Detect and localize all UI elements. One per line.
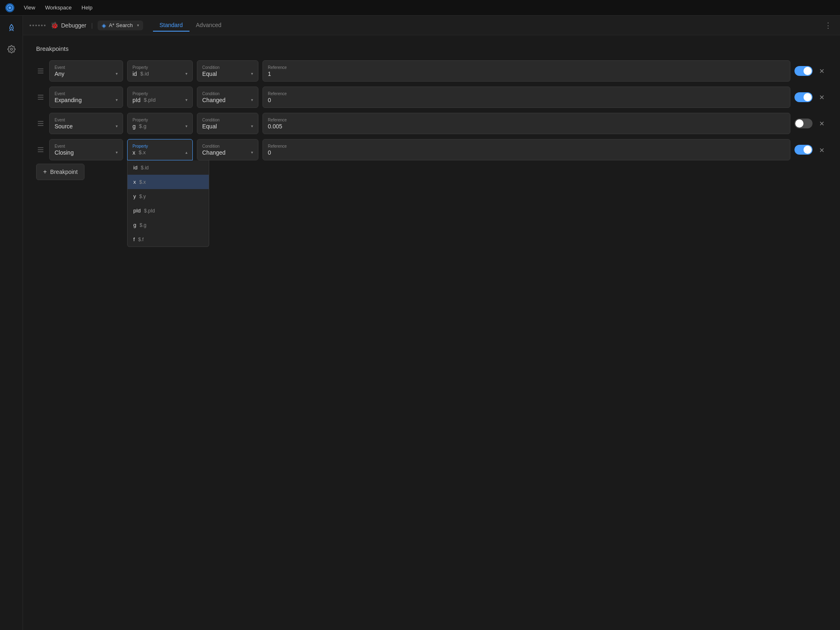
main-content: 🐞 Debugger | ◈ A* Search ▾ Standard Adva… <box>23 16 840 630</box>
event-field-2[interactable]: Event Source ▾ <box>49 113 123 134</box>
toggle-1[interactable] <box>794 92 813 102</box>
event-value-3: Closing ▾ <box>55 149 118 156</box>
condition-value-1: Changed ▾ <box>202 97 253 103</box>
event-label-1: Event <box>55 91 118 96</box>
menu-help[interactable]: Help <box>78 3 97 12</box>
tabs: Standard Advanced <box>153 19 228 32</box>
toggle-0[interactable] <box>794 66 813 76</box>
table-row: Event Source ▾ Property g $.g ▾ <box>36 113 827 134</box>
close-btn-1[interactable]: ✕ <box>817 92 827 103</box>
event-label-0: Event <box>55 65 118 70</box>
condition-field-3[interactable]: Condition Changed ▾ <box>197 139 258 160</box>
workspace-icon: ◈ <box>102 22 106 29</box>
dropdown-prop-name-y: y <box>133 193 136 199</box>
condition-field-2[interactable]: Condition Equal ▾ <box>197 113 258 134</box>
debugger-label: Debugger <box>61 22 87 29</box>
dropdown-item-f[interactable]: f $.f <box>128 232 209 247</box>
debugger-label-group: 🐞 Debugger <box>50 21 87 29</box>
property-label-2: Property <box>132 118 187 122</box>
property-value-2: g $.g ▾ <box>132 123 187 130</box>
event-value-1: Expanding ▾ <box>55 97 118 103</box>
event-label-2: Event <box>55 118 118 122</box>
close-btn-2[interactable]: ✕ <box>817 118 827 129</box>
menu-workspace[interactable]: Workspace <box>41 3 76 12</box>
dropdown-item-pId[interactable]: pId $.pId <box>128 203 209 218</box>
svg-point-4 <box>10 48 12 50</box>
condition-value-3: Changed ▾ <box>202 149 253 156</box>
property-field-2[interactable]: Property g $.g ▾ <box>127 113 193 134</box>
sidebar-gear-icon[interactable] <box>4 42 19 57</box>
condition-field-0[interactable]: Condition Equal ▾ <box>197 60 258 82</box>
workspace-selector[interactable]: ◈ A* Search ▾ <box>98 21 143 30</box>
condition-label-0: Condition <box>202 65 253 70</box>
drag-handle-row-3[interactable] <box>36 146 45 154</box>
property-field-1[interactable]: Property pId $.pId ▾ <box>127 87 193 108</box>
dropdown-prop-name-id: id <box>133 164 137 171</box>
reference-value-0 <box>268 71 785 77</box>
debugger-icon: 🐞 <box>50 21 59 29</box>
reference-field-2[interactable]: Reference <box>262 113 790 134</box>
event-field-0[interactable]: Event Any ▾ <box>49 60 123 82</box>
reference-input-1[interactable] <box>268 97 785 103</box>
add-icon: + <box>43 168 47 176</box>
property-chevron-1: ▾ <box>185 98 187 102</box>
property-label-3: Property <box>132 144 187 148</box>
reference-input-0[interactable] <box>268 71 785 77</box>
dropdown-item-g[interactable]: g $.g <box>128 218 209 232</box>
property-label-1: Property <box>132 91 187 96</box>
condition-field-1[interactable]: Condition Changed ▾ <box>197 87 258 108</box>
property-field-0[interactable]: Property id $.id ▾ <box>127 60 193 82</box>
reference-field-0[interactable]: Reference <box>262 60 790 82</box>
dropdown-prop-name-f: f <box>133 236 135 242</box>
sidebar-rocket-icon[interactable] <box>4 21 19 35</box>
close-btn-3[interactable]: ✕ <box>817 145 827 156</box>
condition-value-2: Equal ▾ <box>202 123 253 130</box>
reference-value-3 <box>268 149 785 156</box>
property-container-1: Property pId $.pId ▾ <box>127 87 193 108</box>
toolbar-more-button[interactable]: ⋮ <box>821 19 835 32</box>
property-field-3[interactable]: Property x $.x ▴ <box>127 139 193 160</box>
property-chevron-2: ▾ <box>185 124 187 128</box>
drag-handle-toolbar[interactable] <box>28 23 47 28</box>
toolbar-separator: | <box>91 22 93 29</box>
reference-input-2[interactable] <box>268 123 785 130</box>
property-label-0: Property <box>132 65 187 70</box>
property-container-2: Property g $.g ▾ <box>127 113 193 134</box>
menubar: View Workspace Help <box>0 0 840 16</box>
condition-chevron-0: ▾ <box>251 71 253 76</box>
dropdown-item-x[interactable]: x $.x <box>128 175 209 189</box>
property-chevron-0: ▾ <box>185 71 187 76</box>
tab-standard[interactable]: Standard <box>153 19 189 32</box>
drag-handle-row-2[interactable] <box>36 119 45 128</box>
condition-label-3: Condition <box>202 144 253 148</box>
menu-view[interactable]: View <box>20 3 39 12</box>
app-layout: 🐞 Debugger | ◈ A* Search ▾ Standard Adva… <box>0 16 840 630</box>
event-chevron-0: ▾ <box>116 71 118 76</box>
condition-value-0: Equal ▾ <box>202 71 253 77</box>
event-field-1[interactable]: Event Expanding ▾ <box>49 87 123 108</box>
event-field-3[interactable]: Event Closing ▾ <box>49 139 123 160</box>
condition-chevron-3: ▾ <box>251 150 253 155</box>
dropdown-prop-path-g: $.g <box>139 222 146 228</box>
toggle-3[interactable] <box>794 145 813 155</box>
reference-input-3[interactable] <box>268 149 785 156</box>
toggle-2[interactable] <box>794 119 813 128</box>
drag-handle-row-1[interactable] <box>36 93 45 101</box>
close-btn-0[interactable]: ✕ <box>817 66 827 77</box>
page-content: Breakpoints Event Any ▾ <box>23 35 840 630</box>
add-breakpoint-button[interactable]: + Breakpoint <box>36 164 84 180</box>
breakpoints-list: Event Any ▾ Property id $.id ▾ <box>36 60 827 160</box>
dropdown-item-y[interactable]: y $.y <box>128 189 209 203</box>
event-chevron-3: ▾ <box>116 150 118 155</box>
reference-field-1[interactable]: Reference <box>262 87 790 108</box>
tab-advanced[interactable]: Advanced <box>189 19 228 32</box>
condition-label-2: Condition <box>202 118 253 122</box>
reference-value-2 <box>268 123 785 130</box>
reference-field-3[interactable]: Reference <box>262 139 790 160</box>
drag-handle-row-0[interactable] <box>36 67 45 75</box>
section-title: Breakpoints <box>36 45 827 52</box>
dropdown-item-id[interactable]: id $.id <box>128 160 209 175</box>
workspace-label: A* Search <box>109 22 133 28</box>
property-value-3: x $.x ▴ <box>132 149 187 156</box>
table-row: Event Any ▾ Property id $.id ▾ <box>36 60 827 82</box>
